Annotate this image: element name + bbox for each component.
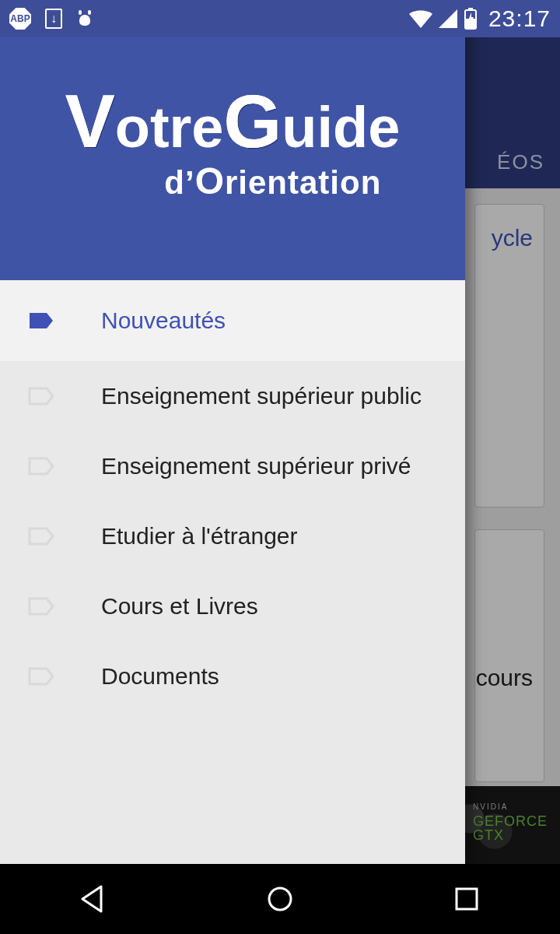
app-logo: VotreGuide d’Orientation (65, 79, 401, 202)
logo-line-2: d’Orientation (65, 160, 401, 202)
drawer-item-label: Etudier à l'étranger (101, 523, 298, 550)
tag-icon (28, 311, 54, 330)
logo-letter-o: O (195, 160, 225, 202)
nav-home-button[interactable] (257, 876, 303, 922)
android-debug-icon (76, 10, 93, 27)
logo-rientation: rientation (225, 164, 381, 201)
drawer-item-label: Nouveautés (101, 307, 226, 334)
status-clock: 23:17 (488, 5, 551, 32)
system-nav-bar (0, 864, 560, 934)
device-frame: ÉOS ycle cours NVIDIA GEFORCE GTX ABP (0, 0, 560, 934)
status-left: ABP (9, 8, 93, 30)
cellular-icon (439, 9, 457, 28)
logo-line-1: VotreGuide (65, 79, 401, 164)
drawer-item-nouveautes[interactable]: Nouveautés (0, 280, 465, 361)
battery-charging-icon (464, 8, 478, 30)
wifi-icon (409, 9, 432, 28)
drawer-item-cours-livres[interactable]: Cours et Livres (0, 571, 465, 641)
drawer-item-etranger[interactable]: Etudier à l'étranger (0, 501, 465, 571)
abp-icon: ABP (9, 8, 31, 30)
drawer-item-ens-public[interactable]: Enseignement supérieur public (0, 361, 465, 431)
drawer-header: VotreGuide d’Orientation (0, 0, 465, 280)
drawer-item-label: Documents (101, 663, 219, 690)
nav-recents-button[interactable] (443, 876, 490, 922)
drawer-item-label: Cours et Livres (101, 593, 258, 620)
logo-uide: uide (282, 95, 400, 160)
tag-icon (28, 527, 54, 546)
drawer-list: Nouveautés Enseignement supérieur public… (0, 280, 465, 864)
navigation-drawer: VotreGuide d’Orientation Nouveautés Ense… (0, 0, 465, 864)
status-bar: ABP 23:17 (0, 0, 560, 37)
tag-icon (28, 387, 54, 406)
drawer-item-documents[interactable]: Documents (0, 641, 465, 711)
logo-otre: otre (115, 95, 224, 160)
status-right: 23:17 (409, 5, 551, 32)
logo-letter-g: G (224, 79, 282, 163)
logo-d: d’ (164, 164, 194, 201)
svg-rect-4 (457, 889, 477, 909)
svg-point-3 (269, 888, 291, 910)
drawer-item-label: Enseignement supérieur privé (101, 453, 411, 479)
download-icon (45, 9, 62, 29)
drawer-item-ens-prive[interactable]: Enseignement supérieur privé (0, 431, 465, 501)
logo-letter-v: V (65, 79, 115, 163)
tag-icon (28, 457, 54, 476)
svg-rect-1 (468, 8, 473, 10)
tag-icon (28, 667, 54, 686)
nav-back-button[interactable] (70, 876, 117, 922)
tag-icon (28, 597, 54, 616)
drawer-item-label: Enseignement supérieur public (101, 383, 422, 409)
